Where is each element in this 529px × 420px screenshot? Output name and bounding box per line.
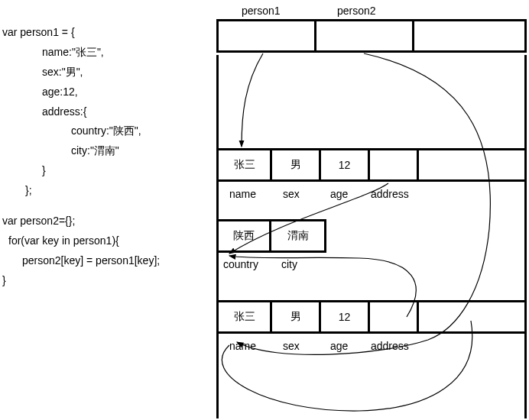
- obj2-label-name: name: [229, 340, 256, 352]
- code-line: city:"渭南": [2, 141, 160, 161]
- obj2-frame: 张三 男 12: [216, 300, 527, 334]
- code-line: country:"陕西",: [2, 121, 160, 141]
- addr-city-cell: 渭南: [271, 221, 324, 250]
- code-line: }: [2, 271, 160, 291]
- header-label-person1: person1: [242, 5, 281, 17]
- obj1-address-cell: [370, 150, 419, 179]
- header-label-person2: person2: [337, 5, 376, 17]
- code-line: };: [2, 181, 160, 201]
- obj1-label-age: age: [330, 188, 348, 200]
- obj1-label-address: address: [371, 188, 409, 200]
- code-line: }: [2, 161, 160, 181]
- code-line: sex:"男",: [2, 63, 160, 82]
- diagram-root: var person1 = { name:"张三", sex:"男", age:…: [0, 0, 529, 420]
- obj2-address-cell: [370, 302, 419, 331]
- obj1-label-name: name: [229, 188, 256, 200]
- code-line: age:12,: [2, 82, 160, 102]
- code-line: var person2={};: [2, 212, 160, 231]
- code-block: var person1 = { name:"张三", sex:"男", age:…: [2, 23, 160, 291]
- addr-country-cell: 陕西: [219, 221, 271, 250]
- obj1-label-sex: sex: [283, 188, 300, 200]
- code-line: for(var key in person1){: [2, 231, 160, 251]
- stack-cell-person1: [219, 21, 316, 50]
- code-line: address:{: [2, 102, 160, 122]
- stack-frame: [216, 19, 527, 53]
- obj2-label-address: address: [371, 340, 409, 352]
- obj2-label-sex: sex: [283, 340, 300, 352]
- obj1-name-cell: 张三: [219, 150, 272, 179]
- addr-label-country: country: [223, 258, 258, 270]
- code-line: person2[key] = person1[key];: [2, 251, 160, 271]
- code-line: var person1 = {: [2, 23, 160, 43]
- obj1-sex-cell: 男: [272, 150, 321, 179]
- obj1-age-cell: 12: [321, 150, 370, 179]
- obj2-sex-cell: 男: [272, 302, 321, 331]
- addr-label-city: city: [281, 258, 297, 270]
- obj1-frame: 张三 男 12: [216, 148, 527, 182]
- obj2-age-cell: 12: [321, 302, 370, 331]
- code-line: name:"张三",: [2, 43, 160, 63]
- obj2-label-age: age: [330, 340, 348, 352]
- stack-cell-person2: [316, 21, 414, 50]
- addr-frame: 陕西 渭南: [216, 219, 326, 253]
- obj2-name-cell: 张三: [219, 302, 272, 331]
